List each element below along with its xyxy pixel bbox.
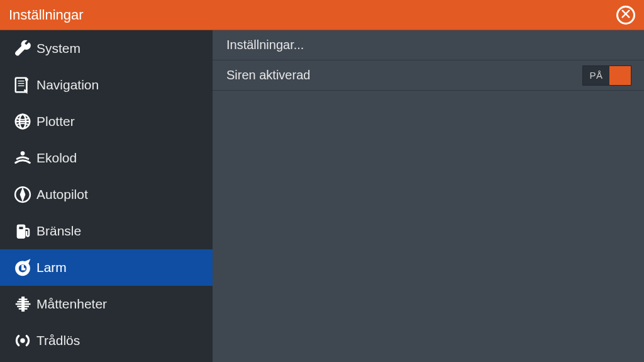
wireless-icon	[9, 331, 36, 350]
sidebar-item-label: System	[36, 41, 80, 56]
sidebar-item-label: Ekolod	[36, 150, 77, 166]
row-settings-link[interactable]: Inställningar...	[213, 30, 644, 60]
svg-rect-15	[22, 268, 25, 270]
sidebar-item-mattenheter[interactable]: Måttenheter	[0, 286, 213, 322]
globe-icon	[9, 112, 36, 131]
svg-point-4	[25, 78, 28, 81]
sidebar-item-larm[interactable]: Larm	[0, 249, 213, 286]
sidebar-item-plotter[interactable]: Plotter	[0, 103, 213, 140]
sidebar-item-label: Plotter	[36, 114, 75, 129]
sonar-icon	[9, 149, 36, 167]
sidebar-item-label: Larm	[36, 260, 67, 275]
sidebar-item-label: Navigation	[36, 77, 99, 93]
compass-icon	[9, 185, 36, 204]
sidebar-item-label: Autopilot	[36, 187, 88, 202]
sidebar-item-label: Bränsle	[36, 223, 81, 239]
wrench-icon	[9, 39, 36, 58]
row-label: Inställningar...	[226, 38, 304, 52]
sidebar-item-system[interactable]: System	[0, 30, 213, 67]
sidebar-item-label: Trådlös	[36, 333, 80, 348]
titlebar: Inställningar	[0, 0, 644, 30]
svg-rect-16	[22, 297, 25, 311]
window-title: Inställningar	[9, 7, 84, 23]
map-icon	[9, 76, 36, 94]
ruler-icon	[9, 295, 36, 314]
sidebar-item-label: Måttenheter	[36, 297, 107, 312]
alarm-icon	[9, 258, 36, 277]
row-label: Siren aktiverad	[226, 68, 310, 82]
sidebar: System Navigation	[0, 30, 213, 362]
sidebar-item-ekolod[interactable]: Ekolod	[0, 140, 213, 176]
svg-rect-11	[19, 226, 24, 229]
sidebar-item-bransle[interactable]: Bränsle	[0, 213, 213, 249]
svg-point-27	[21, 338, 25, 342]
close-button[interactable]	[616, 6, 635, 25]
sidebar-item-tradlos[interactable]: Trådlös	[0, 322, 213, 359]
toggle-state-label: PÅ	[583, 70, 609, 81]
close-icon	[621, 9, 631, 21]
row-siren-enabled: Siren aktiverad PÅ	[213, 60, 644, 91]
toggle-knob	[609, 66, 631, 85]
content-panel: Inställningar... Siren aktiverad PÅ	[213, 30, 644, 362]
body: System Navigation	[0, 30, 644, 362]
sidebar-item-navigation[interactable]: Navigation	[0, 67, 213, 103]
siren-toggle[interactable]: PÅ	[582, 65, 631, 86]
sidebar-item-autopilot[interactable]: Autopilot	[0, 176, 213, 213]
svg-point-8	[21, 151, 25, 155]
fuel-icon	[9, 222, 36, 240]
